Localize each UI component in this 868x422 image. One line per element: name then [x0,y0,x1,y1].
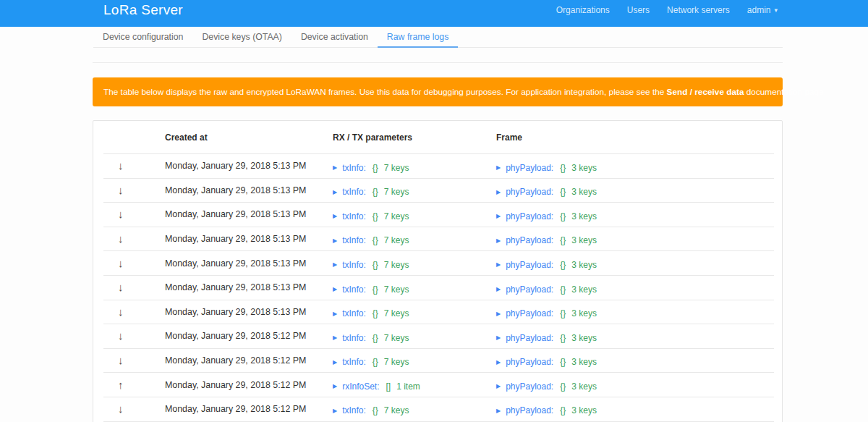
json-key[interactable]: phyPayload: [506,211,553,221]
header-frame: Frame [496,132,774,143]
json-node[interactable]: ▶txInfo:{}7 keys [333,235,409,245]
json-key[interactable]: phyPayload: [506,357,553,367]
json-node[interactable]: ▶txInfo:{}7 keys [333,211,409,221]
json-key[interactable]: txInfo: [342,284,366,295]
json-key[interactable]: phyPayload: [506,260,553,270]
json-node[interactable]: ▶txInfo:{}7 keys [333,260,409,270]
direction-cell: ↓ [103,184,165,197]
json-node[interactable]: ▶phyPayload:{}3 keys [496,187,597,197]
expand-triangle-icon[interactable]: ▶ [496,408,501,414]
expand-triangle-icon[interactable]: ▶ [333,261,337,268]
json-node[interactable]: ▶txInfo:{}7 keys [333,163,409,173]
json-node[interactable]: ▶phyPayload:{}3 keys [496,405,597,415]
json-braces: {} [373,405,378,415]
expand-triangle-icon[interactable]: ▶ [496,213,501,219]
tab-raw-frame-logs[interactable]: Raw frame logs [378,27,458,47]
created-at-cell: Monday, January 29, 2018 5:13 PM [165,307,333,317]
json-key[interactable]: rxInfoSet: [342,381,379,392]
json-key[interactable]: phyPayload: [506,333,553,343]
json-node[interactable]: ▶txInfo:{}7 keys [333,357,409,367]
expand-triangle-icon[interactable]: ▶ [496,383,501,389]
expand-triangle-icon[interactable]: ▶ [496,286,501,292]
json-key[interactable]: txInfo: [342,333,366,343]
json-key[interactable]: phyPayload: [506,308,553,318]
json-braces: {} [560,163,566,173]
notice-docs-link[interactable]: Send / receive data [667,87,744,97]
expand-triangle-icon[interactable]: ▶ [496,311,501,317]
created-at-cell: Monday, January 29, 2018 5:12 PM [165,355,333,366]
created-at-cell: Monday, January 29, 2018 5:12 PM [165,380,333,390]
frame-cell: ▶phyPayload:{}3 keys [496,305,774,319]
json-node[interactable]: ▶phyPayload:{}3 keys [496,333,597,343]
json-node[interactable]: ▶txInfo:{}7 keys [333,405,409,415]
created-at-cell: Monday, January 29, 2018 5:13 PM [165,282,333,292]
json-node[interactable]: ▶phyPayload:{}3 keys [496,308,597,318]
expand-triangle-icon[interactable]: ▶ [333,237,337,244]
expand-triangle-icon[interactable]: ▶ [333,286,337,292]
json-key[interactable]: phyPayload: [506,163,553,173]
json-braces: {} [560,357,566,367]
rx-tx-parameters-cell: ▶txInfo:{}7 keys [333,256,496,270]
nav-link-network-servers[interactable]: Network servers [667,5,730,15]
json-node[interactable]: ▶phyPayload:{}3 keys [496,235,597,245]
json-key[interactable]: phyPayload: [506,187,553,197]
expand-triangle-icon[interactable]: ▶ [333,408,337,414]
json-braces: {} [373,163,378,173]
json-key[interactable]: txInfo: [342,235,366,245]
json-braces: {} [560,405,566,415]
json-item-count: 7 keys [384,187,409,197]
created-at-cell: Monday, January 29, 2018 5:13 PM [165,258,333,269]
json-node[interactable]: ▶phyPayload:{}3 keys [496,357,597,367]
json-key[interactable]: phyPayload: [506,284,553,295]
json-node[interactable]: ▶phyPayload:{}3 keys [496,163,597,173]
table-row: ↓Monday, January 29, 2018 5:13 PM▶txInfo… [103,154,774,179]
nav-link-organizations[interactable]: Organizations [556,5,610,15]
json-key[interactable]: txInfo: [342,405,366,415]
rx-tx-parameters-cell: ▶rxInfoSet:[]1 item [333,378,496,392]
json-node[interactable]: ▶txInfo:{}7 keys [333,308,409,318]
json-key[interactable]: txInfo: [342,308,366,318]
expand-triangle-icon[interactable]: ▶ [496,359,501,366]
expand-triangle-icon[interactable]: ▶ [333,383,337,389]
expand-triangle-icon[interactable]: ▶ [496,261,501,268]
tab-device-configuration[interactable]: Device configuration [93,27,192,47]
expand-triangle-icon[interactable]: ▶ [333,334,337,341]
table-row: ↓Monday, January 29, 2018 5:13 PM▶txInfo… [103,251,774,276]
json-key[interactable]: phyPayload: [506,235,553,245]
json-node[interactable]: ▶phyPayload:{}3 keys [496,211,597,221]
caret-down-icon: ▾ [774,7,778,14]
json-item-count: 7 keys [384,308,409,318]
expand-triangle-icon[interactable]: ▶ [496,237,501,244]
expand-triangle-icon[interactable]: ▶ [333,359,337,366]
expand-triangle-icon[interactable]: ▶ [333,213,337,219]
tab-device-keys-otaa-[interactable]: Device keys (OTAA) [192,27,291,47]
json-braces: {} [373,333,378,343]
json-node[interactable]: ▶phyPayload:{}3 keys [496,260,597,270]
direction-cell: ↓ [103,281,165,294]
expand-triangle-icon[interactable]: ▶ [333,311,337,317]
json-node[interactable]: ▶txInfo:{}7 keys [333,187,409,197]
json-key[interactable]: phyPayload: [506,405,553,415]
expand-triangle-icon[interactable]: ▶ [496,189,501,195]
json-node[interactable]: ▶phyPayload:{}3 keys [496,284,597,295]
json-item-count: 3 keys [571,308,597,318]
json-key[interactable]: txInfo: [342,163,366,173]
expand-triangle-icon[interactable]: ▶ [333,164,337,171]
arrow-down-icon: ↓ [118,281,124,293]
json-node[interactable]: ▶phyPayload:{}3 keys [496,381,597,392]
expand-triangle-icon[interactable]: ▶ [496,334,501,341]
json-key[interactable]: txInfo: [342,187,366,197]
json-node[interactable]: ▶rxInfoSet:[]1 item [333,381,420,392]
json-key[interactable]: txInfo: [342,211,366,221]
tab-device-activation[interactable]: Device activation [292,27,378,47]
expand-triangle-icon[interactable]: ▶ [496,164,501,171]
json-node[interactable]: ▶txInfo:{}7 keys [333,284,409,295]
json-node[interactable]: ▶txInfo:{}7 keys [333,333,409,343]
expand-triangle-icon[interactable]: ▶ [333,189,337,195]
json-key[interactable]: txInfo: [342,357,366,367]
json-item-count: 1 item [396,381,420,392]
json-key[interactable]: txInfo: [342,260,366,270]
nav-link-admin[interactable]: admin▾ [747,5,778,15]
nav-link-users[interactable]: Users [627,5,650,15]
json-key[interactable]: phyPayload: [506,381,553,392]
